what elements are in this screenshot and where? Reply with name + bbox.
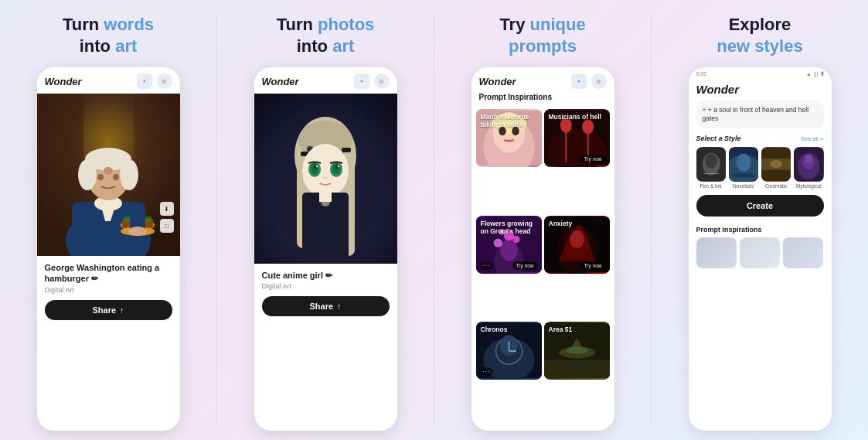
header-icons-3: ▪ ○ [571, 73, 607, 89]
image-caption-1: George Washington eating a hamburger ✏ [45, 262, 172, 285]
panel1-title-accent: words [104, 15, 154, 34]
try-now-flowers[interactable]: Try now [512, 261, 538, 270]
wonder-logo-1: Wonder [45, 76, 82, 87]
download-icon: ⬇ [160, 202, 174, 216]
grid-item-label-chronos: Chronos [481, 326, 508, 333]
styles-row: Pen & Ink Novelistic [696, 147, 824, 189]
svg-point-52 [582, 119, 594, 134]
phone-mockup-3: Wonder ▪ ○ Prompt Inspirations Marilyn M… [471, 67, 614, 431]
phone3-header: Wonder ▪ ○ Prompt Inspirations [471, 67, 614, 109]
style-label-myth: Mytological [796, 183, 822, 189]
svg-point-81 [736, 154, 751, 172]
grid-item-anxiety: Anxiety Try now [544, 216, 610, 274]
share-button-2[interactable]: Share ↑ [262, 296, 390, 316]
create-button[interactable]: Create [696, 195, 824, 217]
svg-point-89 [805, 155, 813, 163]
phone2-header: Wonder ▪ ○ [254, 67, 397, 94]
svg-point-13 [104, 167, 113, 175]
style-thumb-pen [696, 147, 726, 182]
select-style-text: Select a Style [696, 135, 741, 142]
grid-item-label-marilyn: Marilyn Monroe taking a selfie [481, 113, 535, 128]
panel4-title: Explore new styles [717, 14, 802, 56]
svg-point-77 [705, 154, 717, 169]
washington-image: ⬇ □ [37, 94, 180, 256]
prompt-inspirations-section: Prompt Inspirations [696, 226, 824, 268]
svg-rect-82 [733, 174, 755, 178]
signal-icon: ||| [814, 71, 818, 77]
share-button-1[interactable]: Share ↑ [45, 300, 172, 320]
grid-item-label-musicians: Musicians of hell [549, 113, 602, 121]
wonder-logo-3: Wonder [479, 76, 516, 87]
wifi-icon: ▲ [806, 71, 812, 77]
svg-point-11 [97, 174, 104, 180]
pi-title: Prompt Inspirations [696, 226, 824, 234]
svg-rect-27 [342, 148, 351, 152]
profile-icon-2: ○ [374, 73, 390, 89]
style-thumb-myth [794, 147, 823, 182]
see-all-link[interactable]: See all > [801, 135, 823, 142]
prompts-grid: Marilyn Monroe taking a selfie Musicians… [471, 109, 614, 431]
profile-icon-3: ○ [591, 73, 607, 89]
save-icon: □ [160, 219, 174, 233]
wonder-logo-2: Wonder [262, 76, 299, 87]
style-thumb-novel [729, 147, 758, 182]
grid-item-label-area51: Area 51 [549, 326, 573, 333]
phone-mockup-4: 8:35 ▲ ||| ▮ Wonder + + a soul in front … [689, 67, 832, 431]
discord-icon-2: ▪ [354, 73, 369, 89]
style-pen-ink[interactable]: Pen & Ink [696, 147, 726, 189]
grid-item-label-anxiety: Anxiety [549, 220, 573, 227]
header-icons-2: ▪ ○ [354, 73, 390, 89]
svg-point-37 [338, 165, 339, 168]
svg-point-19 [128, 227, 147, 236]
panel-new-styles: Explore new styles 8:35 ▲ ||| ▮ Wonder +… [652, 0, 868, 440]
pi-item-2 [740, 237, 780, 268]
grid-item-area51: Area 51 [544, 322, 610, 380]
image-overlay-icons: ⬇ □ [160, 202, 174, 233]
discord-icon: ▪ [137, 73, 152, 89]
svg-point-56 [493, 238, 502, 247]
pi-item-1 [696, 237, 737, 268]
phone4-status-bar: 8:35 ▲ ||| ▮ [689, 67, 832, 78]
header-icons-1: ▪ ○ [137, 73, 172, 89]
image-subcaption-1: Digital Art [45, 286, 172, 294]
panel-photos-to-art: Turn photos into art Wonder ▪ ○ [217, 0, 434, 440]
svg-point-10 [120, 159, 138, 190]
try-now-musicians[interactable]: Try now [580, 155, 606, 163]
phone1-header: Wonder ▪ ○ [37, 67, 180, 94]
phone4-content: Wonder + + a soul in front of heaven and… [689, 78, 832, 431]
wonder-logo-4: Wonder [696, 83, 740, 96]
style-label-novel: Novelistic [733, 183, 754, 189]
svg-point-63 [570, 230, 584, 248]
svg-point-85 [770, 159, 781, 168]
panel3-title-accent: unique [530, 15, 586, 34]
panel2-title: Turn photos into art [277, 14, 375, 56]
grid-item-chronos: Chronos ··· [476, 322, 542, 380]
panel2-title-accent2: art [332, 36, 354, 56]
dots-chronos: ··· [480, 367, 494, 376]
prompt-input-box[interactable]: + + a soul in front of heaven and hell g… [696, 101, 824, 128]
panel3-title: Try unique prompts [499, 14, 585, 56]
phone-mockup-2: Wonder ▪ ○ [254, 67, 397, 431]
discord-icon-3: ▪ [571, 73, 587, 89]
phone-mockup-1: Wonder ▪ ○ [37, 67, 180, 431]
svg-point-9 [78, 159, 97, 190]
panel3-title-accent2: prompts [509, 36, 577, 56]
grid-item-musicians: Musicians of hell Try now [544, 109, 610, 167]
status-time: 8:35 [696, 71, 707, 77]
style-cinematic[interactable]: Cinematic [761, 147, 791, 189]
style-label-cinema: Cinematic [765, 183, 788, 189]
prompt-inspirations-header: Prompt Inspirations [479, 93, 607, 101]
style-mytological[interactable]: Mytological [794, 147, 823, 189]
style-novelistic[interactable]: Novelistic [729, 147, 758, 189]
phone2-content: Cute anime girl ✏ Digital Art Share ↑ [254, 264, 397, 431]
svg-rect-71 [544, 360, 610, 379]
grid-item-marilyn: Marilyn Monroe taking a selfie [476, 109, 542, 167]
profile-icon: ○ [157, 73, 172, 89]
status-icons: ▲ ||| ▮ [806, 70, 823, 77]
panel1-title: Turn words into art [63, 14, 154, 56]
panel-words-to-art: Turn words into art Wonder ▪ ○ [0, 0, 216, 440]
grid-item-flowers: Flowers growing on Groot's head Try now … [476, 216, 542, 274]
image-subcaption-2: Digital Art [262, 282, 390, 290]
try-now-anxiety[interactable]: Try now [580, 261, 606, 270]
battery-icon: ▮ [821, 70, 824, 77]
